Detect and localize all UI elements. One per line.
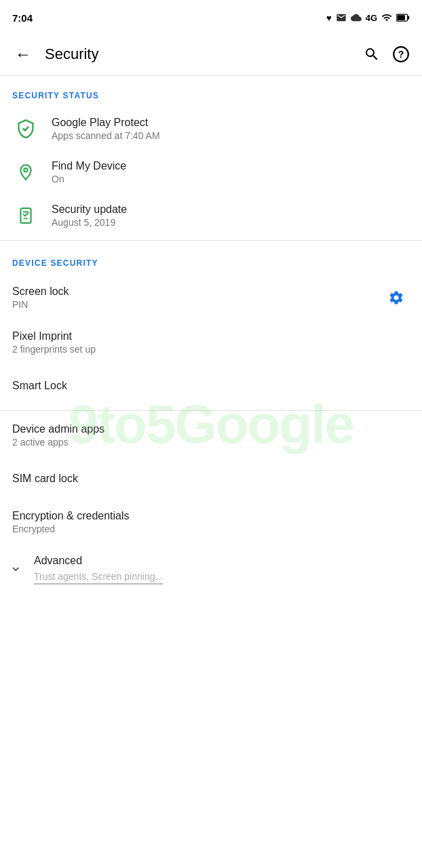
security-status-section: SECURITY STATUS Google Play Protect Apps… (0, 76, 422, 237)
find-my-device-subtitle: On (52, 174, 410, 184)
security-update-subtitle: August 5, 2019 (52, 217, 410, 228)
screen-lock-item[interactable]: Screen lock PIN (0, 275, 422, 321)
encryption-credentials-text: Encryption & credentials Encrypted (12, 510, 410, 534)
device-admin-apps-subtitle: 2 active apps (12, 437, 410, 448)
security-update-text: Security update August 5, 2019 (52, 203, 410, 228)
back-button[interactable]: ← (9, 39, 37, 69)
screen-lock-gear-button[interactable] (383, 284, 410, 311)
top-bar-actions: ? (361, 43, 413, 66)
gmail-icon (336, 12, 347, 23)
location-pin-icon (12, 163, 39, 181)
screen-lock-subtitle: PIN (12, 299, 383, 310)
cloud-icon (351, 12, 362, 23)
screen-lock-text: Screen lock PIN (12, 285, 383, 310)
find-my-device-text: Find My Device On (52, 160, 410, 184)
pixel-imprint-item[interactable]: Pixel Imprint 2 fingerprints set up (0, 321, 422, 364)
encryption-credentials-title: Encryption & credentials (12, 510, 410, 522)
device-security-section: DEVICE SECURITY Screen lock PIN Pixel Im… (0, 243, 422, 408)
security-status-header: SECURITY STATUS (0, 76, 422, 107)
status-bar: 7:04 ♥ 4G (0, 0, 422, 33)
encryption-credentials-item[interactable]: Encryption & credentials Encrypted (0, 500, 422, 544)
pixel-imprint-title: Pixel Imprint (12, 330, 410, 342)
help-button[interactable]: ? (389, 43, 413, 66)
find-my-device-item[interactable]: Find My Device On (0, 151, 422, 194)
google-play-protect-subtitle: Apps scanned at 7:40 AM (52, 130, 410, 141)
svg-point-5 (24, 168, 27, 172)
sim-card-lock-item[interactable]: SIM card lock (0, 457, 422, 500)
page-title: Security (45, 45, 361, 63)
google-play-protect-item[interactable]: Google Play Protect Apps scanned at 7:40… (0, 107, 422, 151)
status-time: 7:04 (12, 12, 33, 24)
svg-rect-2 (397, 15, 405, 20)
svg-rect-1 (408, 16, 410, 20)
smart-lock-item[interactable]: Smart Lock (0, 364, 422, 408)
top-bar: ← Security ? (0, 33, 422, 76)
status-icons: ♥ 4G (326, 12, 410, 23)
google-play-protect-text: Google Play Protect Apps scanned at 7:40… (52, 117, 410, 141)
shield-check-icon (12, 119, 39, 138)
device-admin-apps-item[interactable]: Device admin apps 2 active apps (0, 414, 422, 457)
device-admin-apps-title: Device admin apps (12, 423, 410, 435)
sim-card-lock-text: SIM card lock (12, 473, 410, 485)
device-security-header: DEVICE SECURITY (0, 243, 422, 275)
smart-lock-title: Smart Lock (12, 380, 410, 392)
phone-check-icon (12, 207, 39, 224)
advanced-item[interactable]: ⌄ Advanced Trust agents, Screen pinning.… (0, 544, 422, 587)
find-my-device-title: Find My Device (52, 160, 410, 172)
smart-lock-text: Smart Lock (12, 380, 410, 392)
security-update-title: Security update (52, 203, 410, 216)
health-icon: ♥ (326, 13, 332, 23)
security-update-item[interactable]: Security update August 5, 2019 (0, 194, 422, 237)
battery-icon (396, 12, 410, 23)
device-admin-apps-text: Device admin apps 2 active apps (12, 423, 410, 448)
section-divider-2 (0, 410, 422, 411)
screen-lock-title: Screen lock (12, 285, 383, 298)
google-play-protect-title: Google Play Protect (52, 117, 410, 129)
search-button[interactable] (361, 43, 383, 65)
pixel-imprint-text: Pixel Imprint 2 fingerprints set up (12, 330, 410, 355)
sim-card-lock-title: SIM card lock (12, 473, 410, 485)
chevron-down-icon: ⌄ (9, 557, 22, 575)
svg-text:?: ? (398, 49, 404, 60)
network-type: 4G (366, 13, 377, 23)
encryption-credentials-subtitle: Encrypted (12, 524, 410, 534)
advanced-title: Advanced (34, 555, 163, 567)
pixel-imprint-subtitle: 2 fingerprints set up (12, 344, 410, 355)
signal-icon (381, 12, 392, 23)
advanced-text: Advanced Trust agents, Screen pinning... (34, 555, 163, 585)
advanced-subtitle: Trust agents, Screen pinning... (34, 571, 163, 585)
section-divider-1 (0, 240, 422, 241)
